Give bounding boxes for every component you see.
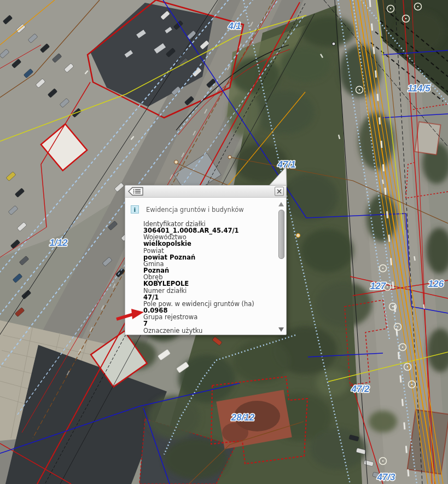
field-value: Poznań	[143, 267, 276, 274]
parcel-label: 114/5	[408, 83, 430, 94]
parcel-label: 47/3	[376, 472, 395, 482]
attribute-list: Identyfikator działki306401_1.0008.AR_45…	[143, 221, 276, 334]
info-icon: i	[131, 205, 139, 214]
field-label: Oznaczenie użytku	[143, 327, 276, 334]
field-label: Powiat	[143, 247, 276, 254]
parcel-label: 126	[428, 279, 444, 289]
popup-header	[125, 186, 286, 198]
results-list-button[interactable]	[127, 187, 144, 196]
close-button[interactable]	[275, 187, 284, 196]
field-label: Numer działki	[143, 287, 276, 294]
field-label: Grupa rejestrowa	[143, 314, 276, 320]
parcel-label: 47/1	[277, 159, 295, 170]
list-icon	[127, 187, 144, 196]
popup-scrollbar[interactable]	[278, 200, 285, 333]
field-value: wielkopolskie	[143, 240, 276, 247]
field-value: 7	[143, 320, 276, 327]
scroll-up-icon[interactable]	[278, 202, 284, 206]
info-popup: i Ewidencja gruntów i budynków Identyfik…	[125, 185, 287, 335]
field-value: KOBYLEPOLE	[143, 280, 276, 287]
parcel-label: 4/1	[228, 21, 241, 31]
parcel-label: 28/12	[231, 412, 255, 423]
map-viewport: 4/147/1114/51/1212712647/228/1247/3	[0, 0, 448, 484]
popup-body: i Ewidencja gruntów i budynków Identyfik…	[125, 198, 277, 335]
parcel-label: 1/12	[49, 238, 68, 248]
close-icon	[275, 187, 283, 195]
scroll-thumb[interactable]	[278, 210, 284, 259]
parcel-label: 47/2	[351, 384, 370, 394]
popup-title: Ewidencja gruntów i budynków	[146, 206, 244, 214]
parcel-label: 127	[370, 281, 387, 291]
scroll-down-icon[interactable]	[278, 327, 284, 332]
